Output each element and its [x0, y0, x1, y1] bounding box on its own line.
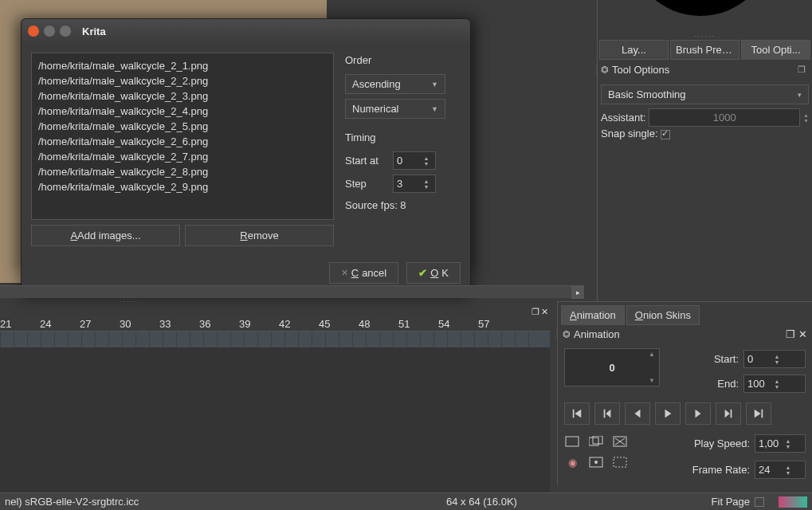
step-label: Step	[345, 178, 388, 190]
auto-frame-icon[interactable]	[588, 455, 604, 469]
color-swatch[interactable]	[779, 496, 807, 508]
file-list-item[interactable]: /home/krita/male_walkcycle_2_9.png	[38, 179, 327, 194]
fit-page-checkbox[interactable]	[755, 497, 764, 507]
file-list-item[interactable]: /home/krita/male_walkcycle_2_4.png	[38, 104, 327, 119]
timeline-track[interactable]	[0, 331, 550, 348]
chevron-down-icon: ▼	[431, 105, 438, 113]
canvas-size-label: 64 x 64 (16.0K)	[446, 496, 517, 508]
window-close-icon[interactable]	[28, 26, 39, 37]
restore-icon[interactable]: ❐	[798, 65, 806, 75]
prev-keyframe-button[interactable]	[594, 402, 620, 425]
smoothing-combo[interactable]: Basic Smoothing▾	[601, 84, 809, 104]
dock-close-icon[interactable]: ✕	[541, 307, 548, 317]
play-button[interactable]	[655, 402, 681, 425]
order-mode-combo[interactable]: Numerical▼	[345, 99, 445, 119]
tab-animation[interactable]: AnimationAnimation	[561, 305, 625, 325]
timeline-panel: ❐✕ 21242730333639424548515457	[0, 307, 550, 504]
timing-label: Timing	[345, 131, 461, 143]
file-list-item[interactable]: /home/krita/male_walkcycle_2_6.png	[38, 134, 327, 149]
grip-icon[interactable]: ······	[592, 65, 598, 76]
play-speed-label: Play Speed:	[694, 437, 750, 449]
tool-options-title: Tool Options	[612, 64, 669, 76]
dialog-title: Krita	[82, 26, 106, 37]
step-spin[interactable]: ▲▼	[393, 175, 436, 193]
svg-rect-0	[566, 437, 579, 446]
start-at-input[interactable]	[394, 152, 421, 169]
grip-icon[interactable]: ······	[552, 328, 558, 338]
status-bar: nel) sRGB-elle-V2-srgbtrc.icc 64 x 64 (1…	[0, 492, 812, 510]
start-at-spin[interactable]: ▲▼	[393, 151, 436, 170]
check-icon: ✔	[418, 267, 427, 279]
anim-start-spin[interactable]: ▲▼	[743, 350, 806, 368]
spin-up-icon[interactable]: ▲	[421, 178, 432, 184]
import-dialog: Krita /home/krita/male_walkcycle_2_1.png…	[21, 18, 471, 294]
lock-icon[interactable]: ⏣	[601, 65, 609, 75]
first-frame-button[interactable]	[564, 402, 590, 425]
ok-button[interactable]: ✔OKOK	[406, 262, 461, 284]
spin-down-icon[interactable]: ▼	[646, 377, 657, 384]
assistant-label: Assistant:	[601, 112, 645, 124]
tab-layers[interactable]: Lay...	[599, 40, 669, 60]
end-label: End:	[707, 378, 739, 390]
file-list-item[interactable]: /home/krita/male_walkcycle_2_7.png	[38, 149, 327, 164]
next-keyframe-button[interactable]	[716, 402, 741, 425]
anim-end-spin[interactable]: ▲▼	[743, 375, 806, 393]
spin-up-icon[interactable]: ▲	[646, 351, 657, 358]
add-images-button[interactable]: AAdd images...Add images...	[31, 225, 180, 246]
spin-down-icon[interactable]: ▼	[803, 118, 809, 124]
next-frame-button[interactable]	[685, 402, 711, 425]
tab-brush-presets[interactable]: Brush Pres...	[670, 40, 739, 60]
play-speed-spin[interactable]: ▲▼	[755, 434, 806, 453]
dialog-titlebar[interactable]: Krita	[22, 19, 470, 43]
last-frame-button[interactable]	[746, 402, 771, 425]
animation-title: Animation	[574, 328, 620, 340]
duplicate-frame-icon[interactable]	[588, 434, 604, 449]
chevron-down-icon: ▼	[431, 80, 438, 88]
dock-float-icon[interactable]: ❐	[786, 328, 795, 340]
scroll-right-icon[interactable]: ▸	[571, 286, 584, 299]
file-list[interactable]: /home/krita/male_walkcycle_2_1.png /home…	[31, 53, 334, 220]
drop-frames-icon[interactable]	[612, 455, 628, 469]
color-profile-label: nel) sRGB-elle-V2-srgbtrc.icc	[5, 496, 139, 508]
lock-icon[interactable]: ⏣	[563, 329, 571, 339]
remove-button[interactable]: RemoveRemove	[185, 225, 334, 246]
dock-float-icon[interactable]: ❐	[532, 307, 539, 317]
frame-rate-spin[interactable]: ▲▼	[755, 461, 806, 479]
spin-down-icon[interactable]: ▼	[421, 184, 432, 190]
canvas-hscroll[interactable]: ▸	[0, 285, 584, 298]
timeline-body[interactable]	[0, 348, 550, 504]
prev-frame-button[interactable]	[625, 402, 650, 425]
svg-point-7	[594, 461, 598, 464]
snap-single-label: Snap single:	[601, 128, 658, 139]
assistant-value[interactable]: 1000	[649, 108, 800, 127]
blank-frame-icon[interactable]	[564, 434, 580, 449]
frame-rate-label: Frame Rate:	[692, 464, 750, 476]
tab-tool-options[interactable]: Tool Opti...	[741, 40, 810, 60]
spin-down-icon[interactable]: ▼	[421, 161, 432, 167]
current-frame-display[interactable]: 0 ▲▼	[564, 348, 660, 386]
file-list-item[interactable]: /home/krita/male_walkcycle_2_8.png	[38, 164, 327, 179]
spin-up-icon[interactable]: ▲	[421, 155, 432, 161]
order-direction-combo[interactable]: Ascending▼	[345, 74, 445, 94]
window-minimize-icon[interactable]	[44, 26, 55, 37]
spin-up-icon[interactable]: ▲	[803, 112, 809, 118]
right-panel: ······ Lay... Brush Pres... Tool Opti...…	[597, 0, 812, 303]
window-maximize-icon[interactable]	[60, 26, 71, 37]
file-list-item[interactable]: /home/krita/male_walkcycle_2_3.png	[38, 88, 327, 104]
step-input[interactable]	[394, 175, 421, 192]
file-list-item[interactable]: /home/krita/male_walkcycle_2_1.png	[38, 58, 327, 73]
animation-panel: ······ AnimationAnimation Onion SkinsOni…	[557, 301, 812, 485]
snap-single-checkbox[interactable]	[661, 130, 670, 139]
start-at-label: Start at	[345, 155, 388, 167]
file-list-item[interactable]: /home/krita/male_walkcycle_2_2.png	[38, 73, 327, 88]
transport-bar	[558, 398, 812, 431]
fit-page-label[interactable]: Fit Page	[712, 496, 750, 508]
onion-skin-icon[interactable]: ◉	[564, 455, 580, 469]
delete-frame-icon[interactable]	[612, 434, 628, 449]
tab-onion-skins[interactable]: Onion SkinsOnion Skins	[626, 305, 700, 325]
dock-close-icon[interactable]: ✕	[798, 328, 807, 340]
timeline-ruler[interactable]: 21242730333639424548515457	[0, 318, 550, 331]
file-list-item[interactable]: /home/krita/male_walkcycle_2_5.png	[38, 119, 327, 134]
cancel-button[interactable]: ✕CancelCancel	[329, 262, 398, 284]
svg-rect-8	[614, 457, 626, 467]
